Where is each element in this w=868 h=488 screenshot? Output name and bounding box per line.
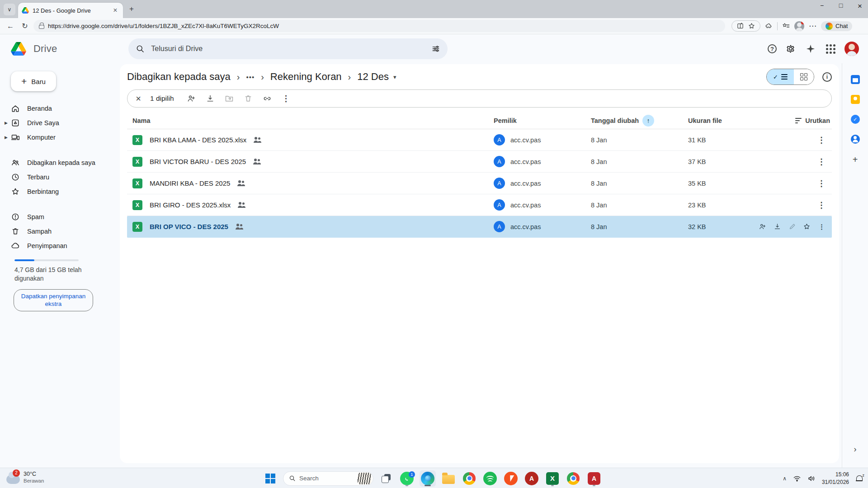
clear-selection-icon[interactable] [130,90,146,107]
breadcrumb-ellipsis-button[interactable] [246,73,255,81]
row-more-actions-icon[interactable] [817,137,826,144]
chrome-profile-icon[interactable] [461,470,477,487]
excel-icon[interactable]: X [544,470,561,487]
collections-star-icon[interactable] [782,22,790,30]
task-view-button[interactable] [378,470,394,487]
new-tab-button[interactable] [126,3,137,15]
orange-app-icon[interactable] [503,470,519,487]
sidebar-item-terbaru[interactable]: Terbaru [0,170,120,184]
window-minimize-button[interactable] [816,2,827,11]
column-header-name[interactable]: Nama [127,117,494,124]
row-more-actions-icon[interactable] [817,159,826,166]
column-header-modified[interactable]: Tanggal diubah [591,115,688,127]
chrome-icon[interactable] [565,470,581,487]
search-filter-tune-icon[interactable] [431,44,440,53]
get-storage-button[interactable]: Dapatkan penyimpanan ekstra [14,289,93,311]
delete-trash-icon[interactable] [240,90,256,107]
row-star-icon[interactable] [800,220,813,234]
row-more-actions-icon[interactable] [817,180,826,188]
copy-link-icon[interactable] [259,90,275,107]
row-more-actions-icon[interactable] [817,202,826,209]
file-explorer-icon[interactable] [440,470,457,487]
download-icon[interactable] [202,90,218,107]
new-button[interactable]: Baru [11,71,56,91]
grid-view-button[interactable] [794,69,814,84]
edge-icon[interactable] [420,470,436,487]
new-button-label: Baru [31,78,46,85]
sidebar-item-penyimpanan[interactable]: Penyimpanan [0,239,120,253]
row-share-icon[interactable] [756,220,769,234]
row-rename-pencil-icon[interactable] [786,220,799,234]
start-button[interactable] [262,470,278,487]
breadcrumb-root[interactable]: Dibagikan kepada saya [127,71,231,83]
browser-tab[interactable]: 12 Des - Google Drive [18,3,123,18]
sidebar-item-dibagikan[interactable]: Dibagikan kepada saya [0,155,120,170]
tab-close-icon[interactable] [111,6,119,14]
breadcrumb-dropdown-caret-icon[interactable] [393,74,396,80]
search-icon [289,475,296,482]
extensions-puzzle-icon[interactable] [765,22,773,30]
address-bar[interactable]: https://drive.google.com/drive/u/1/folde… [33,20,725,32]
sidebar-item-berbintang[interactable]: Berbintang [0,184,120,199]
tasks-icon[interactable] [851,115,860,124]
expand-arrow-icon[interactable] [5,135,8,140]
weather-widget[interactable]: 2 30°C Berawan [6,470,44,484]
settings-gear-icon[interactable] [785,43,797,55]
google-apps-grid-icon[interactable] [825,43,836,55]
sort-ascending-arrow-icon[interactable] [642,115,654,127]
tray-overflow-chevron-icon[interactable] [783,475,787,482]
contacts-icon[interactable] [851,135,860,144]
account-avatar[interactable] [844,42,859,56]
gemini-sparkle-icon[interactable] [805,43,816,55]
copilot-chat-button[interactable]: Chat [821,21,852,31]
taskbar-search[interactable]: Search [283,471,373,486]
wifi-icon[interactable] [793,474,801,483]
back-button[interactable] [5,20,16,32]
sidebar-item-beranda[interactable]: Beranda [0,101,120,116]
notification-bell-icon[interactable] [855,474,863,483]
volume-icon[interactable] [807,474,816,483]
tab-search-chevron-icon[interactable] [4,4,15,15]
sidebar-item-sampah[interactable]: Sampah [0,224,120,239]
column-header-size[interactable]: Ukuran file [688,117,756,124]
whatsapp-icon[interactable]: 1 [399,470,415,487]
file-row[interactable]: X BRI KBA LAMA - DES 2025.xlsx Aacc.cv.p… [127,129,832,151]
move-to-folder-icon[interactable] [221,90,237,107]
breadcrumb-parent[interactable]: Rekening Koran [270,71,342,83]
red-app-icon[interactable]: A [524,470,540,487]
sidebar-item-spam[interactable]: Spam [0,210,120,224]
file-row-selected[interactable]: X BRI OP VICO - DES 2025 Aacc.cv.pas 8 J… [127,216,832,238]
help-icon[interactable] [768,44,777,53]
column-header-owner[interactable]: Pemilik [494,117,591,124]
sidebar-item-drive-saya[interactable]: Drive Saya [0,116,120,130]
row-more-actions-icon[interactable]: ⋮ [815,220,828,234]
more-actions-icon[interactable] [278,90,294,107]
acrobat-icon[interactable]: A [586,470,602,487]
favorite-star-icon[interactable] [748,22,755,30]
row-download-icon[interactable] [771,220,784,234]
window-maximize-button[interactable] [835,2,846,11]
file-row[interactable]: X BRI VICTOR BARU - DES 2025 Aacc.cv.pas… [127,151,832,173]
file-row[interactable]: X BRI GIRO - DES 2025.xlsx Aacc.cv.pas 8… [127,194,832,216]
list-view-button[interactable] [767,69,794,84]
browser-menu-icon[interactable] [809,21,816,31]
details-info-icon[interactable] [822,72,832,82]
file-row[interactable]: X MANDIRI KBA - DES 2025 Aacc.cv.pas 8 J… [127,173,832,194]
breadcrumb-current[interactable]: 12 Des [357,71,389,83]
expand-arrow-icon[interactable] [5,121,8,125]
sidebar-item-komputer[interactable]: Komputer [0,130,120,145]
browser-profile-avatar[interactable] [794,21,804,31]
sort-control[interactable]: Urutkan [756,117,832,124]
window-close-button[interactable] [854,2,865,11]
drive-search-bar[interactable]: Telusuri di Drive [128,38,448,59]
get-addons-plus-icon[interactable] [853,155,858,165]
split-screen-icon[interactable] [736,22,744,30]
spotify-icon[interactable] [482,470,498,487]
system-tray: 15:06 31/01/2026 [783,468,863,488]
reload-button[interactable] [19,20,31,32]
share-person-add-icon[interactable] [183,90,199,107]
clock[interactable]: 15:06 31/01/2026 [822,471,849,485]
keep-icon[interactable] [851,95,860,104]
hide-panel-chevron-icon[interactable] [854,445,857,454]
calendar-icon[interactable] [851,75,860,84]
